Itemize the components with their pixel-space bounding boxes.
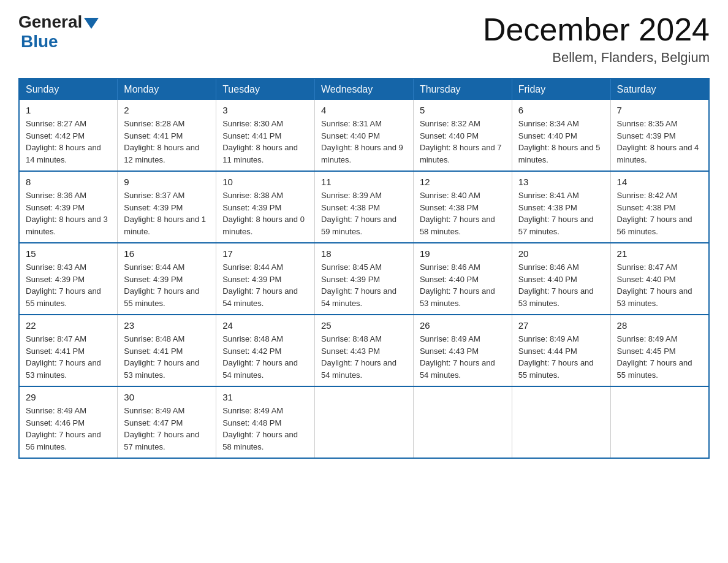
day-info: Sunrise: 8:49 AMSunset: 4:46 PMDaylight:…: [26, 405, 111, 453]
day-number: 7: [617, 105, 702, 115]
day-number: 26: [420, 320, 506, 331]
day-cell: 2Sunrise: 8:28 AMSunset: 4:41 PMDaylight…: [118, 100, 216, 171]
day-number: 14: [617, 177, 702, 187]
header-cell-sunday: Sunday: [19, 79, 118, 100]
day-cell: 7Sunrise: 8:35 AMSunset: 4:39 PMDaylight…: [610, 100, 709, 171]
day-number: 24: [222, 320, 308, 331]
day-number: 5: [420, 105, 506, 115]
day-cell: [413, 386, 512, 458]
day-info: Sunrise: 8:34 AMSunset: 4:40 PMDaylight:…: [518, 118, 604, 166]
day-number: 3: [222, 105, 308, 115]
day-info: Sunrise: 8:47 AMSunset: 4:41 PMDaylight:…: [26, 333, 111, 381]
day-cell: 13Sunrise: 8:41 AMSunset: 4:38 PMDayligh…: [512, 171, 610, 243]
logo: General Blue: [18, 12, 99, 52]
logo-blue-text: Blue: [21, 32, 58, 51]
day-info: Sunrise: 8:49 AMSunset: 4:45 PMDaylight:…: [617, 333, 702, 381]
day-info: Sunrise: 8:39 AMSunset: 4:38 PMDaylight:…: [321, 190, 407, 237]
day-cell: 25Sunrise: 8:48 AMSunset: 4:43 PMDayligh…: [315, 315, 414, 386]
day-number: 23: [124, 320, 210, 331]
day-info: Sunrise: 8:31 AMSunset: 4:40 PMDaylight:…: [321, 118, 407, 166]
day-info: Sunrise: 8:49 AMSunset: 4:48 PMDaylight:…: [222, 405, 308, 453]
day-info: Sunrise: 8:48 AMSunset: 4:42 PMDaylight:…: [222, 333, 308, 381]
day-number: 6: [518, 105, 604, 115]
day-cell: 8Sunrise: 8:36 AMSunset: 4:39 PMDaylight…: [19, 171, 118, 243]
day-cell: 3Sunrise: 8:30 AMSunset: 4:41 PMDaylight…: [216, 100, 315, 171]
day-cell: 18Sunrise: 8:45 AMSunset: 4:39 PMDayligh…: [315, 243, 414, 315]
day-cell: 10Sunrise: 8:38 AMSunset: 4:39 PMDayligh…: [216, 171, 315, 243]
day-cell: 1Sunrise: 8:27 AMSunset: 4:42 PMDaylight…: [19, 100, 118, 171]
day-number: 27: [518, 320, 604, 331]
day-cell: 30Sunrise: 8:49 AMSunset: 4:47 PMDayligh…: [118, 386, 216, 458]
day-info: Sunrise: 8:45 AMSunset: 4:39 PMDaylight:…: [321, 261, 407, 309]
day-number: 28: [617, 320, 702, 331]
day-info: Sunrise: 8:37 AMSunset: 4:39 PMDaylight:…: [124, 190, 210, 237]
day-number: 10: [222, 177, 308, 187]
day-info: Sunrise: 8:28 AMSunset: 4:41 PMDaylight:…: [124, 118, 210, 166]
day-number: 4: [321, 105, 407, 115]
day-info: Sunrise: 8:35 AMSunset: 4:39 PMDaylight:…: [617, 118, 702, 166]
day-cell: 31Sunrise: 8:49 AMSunset: 4:48 PMDayligh…: [216, 386, 315, 458]
day-cell: 26Sunrise: 8:49 AMSunset: 4:43 PMDayligh…: [413, 315, 512, 386]
week-row-1: 1Sunrise: 8:27 AMSunset: 4:42 PMDaylight…: [19, 100, 709, 171]
day-number: 9: [124, 177, 210, 187]
day-info: Sunrise: 8:32 AMSunset: 4:40 PMDaylight:…: [420, 118, 506, 166]
header-cell-monday: Monday: [118, 79, 216, 100]
day-cell: 14Sunrise: 8:42 AMSunset: 4:38 PMDayligh…: [610, 171, 709, 243]
day-number: 30: [124, 392, 210, 402]
location-title: Bellem, Flanders, Belgium: [483, 50, 710, 66]
day-number: 31: [222, 392, 308, 402]
day-cell: [315, 386, 414, 458]
day-number: 1: [26, 105, 111, 115]
day-cell: 29Sunrise: 8:49 AMSunset: 4:46 PMDayligh…: [19, 386, 118, 458]
day-cell: 22Sunrise: 8:47 AMSunset: 4:41 PMDayligh…: [19, 315, 118, 386]
day-cell: 12Sunrise: 8:40 AMSunset: 4:38 PMDayligh…: [413, 171, 512, 243]
day-info: Sunrise: 8:48 AMSunset: 4:41 PMDaylight:…: [124, 333, 210, 381]
day-info: Sunrise: 8:49 AMSunset: 4:43 PMDaylight:…: [420, 333, 506, 381]
week-row-5: 29Sunrise: 8:49 AMSunset: 4:46 PMDayligh…: [19, 386, 709, 458]
title-block: December 2024 Bellem, Flanders, Belgium: [483, 12, 710, 66]
day-cell: 16Sunrise: 8:44 AMSunset: 4:39 PMDayligh…: [118, 243, 216, 315]
day-cell: 27Sunrise: 8:49 AMSunset: 4:44 PMDayligh…: [512, 315, 610, 386]
day-info: Sunrise: 8:40 AMSunset: 4:38 PMDaylight:…: [420, 190, 506, 237]
day-cell: [512, 386, 610, 458]
day-info: Sunrise: 8:38 AMSunset: 4:39 PMDaylight:…: [222, 190, 308, 237]
day-number: 18: [321, 248, 407, 259]
day-info: Sunrise: 8:47 AMSunset: 4:40 PMDaylight:…: [617, 261, 702, 309]
day-cell: 21Sunrise: 8:47 AMSunset: 4:40 PMDayligh…: [610, 243, 709, 315]
day-number: 11: [321, 177, 407, 187]
week-row-3: 15Sunrise: 8:43 AMSunset: 4:39 PMDayligh…: [19, 243, 709, 315]
header-cell-tuesday: Tuesday: [216, 79, 315, 100]
day-info: Sunrise: 8:42 AMSunset: 4:38 PMDaylight:…: [617, 190, 702, 237]
calendar-body: 1Sunrise: 8:27 AMSunset: 4:42 PMDaylight…: [19, 100, 709, 458]
day-cell: 4Sunrise: 8:31 AMSunset: 4:40 PMDaylight…: [315, 100, 414, 171]
day-info: Sunrise: 8:49 AMSunset: 4:44 PMDaylight:…: [518, 333, 604, 381]
day-cell: 24Sunrise: 8:48 AMSunset: 4:42 PMDayligh…: [216, 315, 315, 386]
calendar-header: SundayMondayTuesdayWednesdayThursdayFrid…: [19, 79, 709, 100]
logo-triangle-icon: [84, 18, 99, 29]
day-cell: 5Sunrise: 8:32 AMSunset: 4:40 PMDaylight…: [413, 100, 512, 171]
day-info: Sunrise: 8:49 AMSunset: 4:47 PMDaylight:…: [124, 405, 210, 453]
day-number: 2: [124, 105, 210, 115]
day-info: Sunrise: 8:30 AMSunset: 4:41 PMDaylight:…: [222, 118, 308, 166]
day-info: Sunrise: 8:43 AMSunset: 4:39 PMDaylight:…: [26, 261, 111, 309]
day-cell: 19Sunrise: 8:46 AMSunset: 4:40 PMDayligh…: [413, 243, 512, 315]
day-number: 8: [26, 177, 111, 187]
day-number: 25: [321, 320, 407, 331]
header-cell-thursday: Thursday: [413, 79, 512, 100]
day-info: Sunrise: 8:46 AMSunset: 4:40 PMDaylight:…: [518, 261, 604, 309]
day-cell: 23Sunrise: 8:48 AMSunset: 4:41 PMDayligh…: [118, 315, 216, 386]
day-number: 13: [518, 177, 604, 187]
day-cell: 28Sunrise: 8:49 AMSunset: 4:45 PMDayligh…: [610, 315, 709, 386]
day-number: 15: [26, 248, 111, 259]
header-cell-saturday: Saturday: [610, 79, 709, 100]
day-number: 19: [420, 248, 506, 259]
day-info: Sunrise: 8:44 AMSunset: 4:39 PMDaylight:…: [222, 261, 308, 309]
logo-general-text: General: [18, 12, 82, 32]
day-cell: [610, 386, 709, 458]
calendar-table: SundayMondayTuesdayWednesdayThursdayFrid…: [18, 78, 710, 459]
day-info: Sunrise: 8:36 AMSunset: 4:39 PMDaylight:…: [26, 190, 111, 237]
header-cell-wednesday: Wednesday: [315, 79, 414, 100]
day-cell: 9Sunrise: 8:37 AMSunset: 4:39 PMDaylight…: [118, 171, 216, 243]
day-cell: 17Sunrise: 8:44 AMSunset: 4:39 PMDayligh…: [216, 243, 315, 315]
day-number: 29: [26, 392, 111, 402]
